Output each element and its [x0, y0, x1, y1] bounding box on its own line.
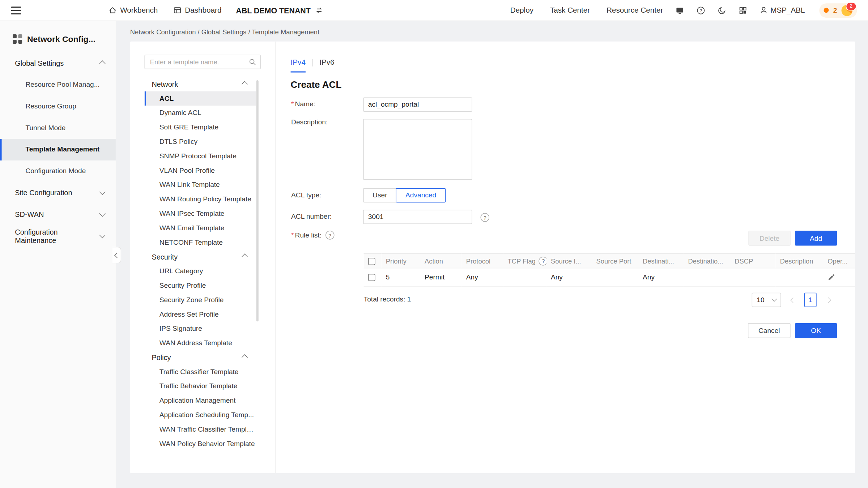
page-title: Create ACL — [291, 80, 342, 91]
nav-dashboard[interactable]: Dashboard — [173, 6, 221, 14]
user-menu[interactable]: MSP_ABL — [760, 6, 805, 14]
acl-type-advanced-button[interactable]: Advanced — [396, 188, 446, 202]
tree-item-traffic-classifier-template[interactable]: Traffic Classifier Template — [144, 365, 256, 379]
tree-item-snmp-protocol-template[interactable]: SNMP Protocol Template — [144, 149, 256, 163]
apps-icon[interactable] — [738, 6, 747, 14]
switch-tenant-icon[interactable] — [315, 6, 323, 14]
acl-number-help-icon[interactable]: ? — [481, 213, 489, 222]
menu-hamburger-icon[interactable] — [11, 7, 21, 14]
tree-item-security-zone-profile[interactable]: Security Zone Profile — [144, 293, 256, 307]
tree-item-vlan-pool-profile[interactable]: VLAN Pool Profile — [144, 163, 256, 178]
chevron-left-icon — [790, 297, 795, 303]
sidebar-item-site-configuration[interactable]: Site Configuration — [0, 182, 116, 204]
chevron-up-icon — [99, 60, 106, 67]
prev-page-button[interactable] — [788, 293, 797, 307]
cell-priority: 5 — [382, 268, 420, 287]
tcp-flag-help-icon[interactable]: ? — [539, 256, 546, 265]
sidebar-item-configuration-mode[interactable]: Configuration Mode — [0, 160, 116, 182]
tree-item-acl[interactable]: ACL — [144, 91, 256, 106]
tree-item-dynamic-acl[interactable]: Dynamic ACL — [144, 106, 256, 120]
rule-list-label: *Rule list: ? — [291, 231, 334, 239]
tree-item-netconf-template[interactable]: NETCONF Template — [144, 235, 256, 250]
col-destination-port: Destinatio... — [684, 254, 730, 268]
sidebar-header: Network Config... — [0, 21, 116, 52]
cell-source-port — [592, 268, 638, 287]
tree-item-wan-address-template[interactable]: WAN Address Template — [144, 336, 256, 350]
app-grid-icon — [13, 34, 22, 44]
dark-mode-moon-icon[interactable] — [717, 6, 726, 14]
tree-item-wan-ipsec-template[interactable]: WAN IPsec Template — [144, 206, 256, 221]
edit-pencil-icon[interactable] — [827, 273, 835, 281]
screen-icon[interactable] — [675, 6, 684, 14]
sidebar-item-sd-wan[interactable]: SD-WAN — [0, 204, 116, 225]
nav-task-center[interactable]: Task Center — [550, 6, 590, 14]
nav-deploy[interactable]: Deploy — [510, 6, 533, 14]
tree-item-dtls-policy[interactable]: DTLS Policy — [144, 134, 256, 149]
search-icon[interactable] — [248, 58, 256, 66]
tree-item-traffic-behavior-template[interactable]: Traffic Behavior Template — [144, 379, 256, 393]
tree-item-wan-email-template[interactable]: WAN Email Template — [144, 221, 256, 235]
rule-table-header-row: Priority Action Protocol TCP Flag? Sourc… — [364, 254, 855, 268]
tree-group-network[interactable]: Network — [144, 77, 256, 91]
left-sidebar: Network Config... Global Settings Resour… — [0, 21, 116, 488]
page-number[interactable]: 1 — [804, 293, 817, 307]
acl-number-field[interactable] — [363, 210, 472, 224]
cell-description — [775, 268, 823, 287]
delete-button[interactable]: Delete — [748, 231, 790, 245]
chevron-up-icon — [242, 354, 248, 360]
sidebar-item-configuration-maintenance[interactable]: Configuration Maintenance — [0, 225, 116, 247]
tree-item-ips-signature[interactable]: IPS Signature — [144, 321, 256, 336]
panel-divider — [275, 42, 276, 473]
help-icon[interactable]: ? — [696, 6, 705, 14]
tree-item-wan-policy-behavior-template[interactable]: WAN Policy Behavior Template — [144, 437, 256, 449]
sidebar-item-global-settings[interactable]: Global Settings — [0, 52, 116, 74]
tree-item-address-set-profile[interactable]: Address Set Profile — [144, 307, 256, 321]
nav-resource-center[interactable]: Resource Center — [607, 6, 663, 14]
acl-type-user-button[interactable]: User — [363, 188, 396, 202]
ip-version-tabs: IPv4 IPv6 — [291, 58, 335, 73]
description-field[interactable] — [363, 119, 472, 180]
select-all-checkbox[interactable] — [368, 258, 375, 265]
tenant-name[interactable]: ABL DEMO TENANT — [236, 6, 311, 14]
sidebar-collapse-handle[interactable] — [112, 247, 121, 264]
add-button[interactable]: Add — [795, 231, 837, 245]
sidebar-item-resource-pool-management[interactable]: Resource Pool Manag... — [0, 74, 116, 96]
sidebar-item-template-management[interactable]: Template Management — [0, 139, 116, 160]
tree-group-policy[interactable]: Policy — [144, 350, 256, 365]
tree-item-wan-link-template[interactable]: WAN Link Template — [144, 177, 256, 192]
template-tree: Network ACL Dynamic ACL Soft GRE Templat… — [144, 77, 256, 449]
nav-workbench[interactable]: Workbench — [109, 6, 158, 14]
tree-item-security-profile[interactable]: Security Profile — [144, 278, 256, 293]
tree-item-application-management[interactable]: Application Management — [144, 393, 256, 408]
tree-item-application-scheduling-template[interactable]: Application Scheduling Temp... — [144, 408, 256, 422]
alarm-status-icon[interactable]: 2 — [842, 5, 853, 16]
row-checkbox[interactable] — [368, 274, 375, 281]
tab-ipv6[interactable]: IPv6 — [319, 58, 334, 73]
page-size-select[interactable]: 10 — [752, 293, 781, 307]
acl-type-label: ACL type: — [291, 192, 321, 199]
col-destination-ip: Destinati... — [638, 254, 684, 268]
template-search-input[interactable] — [145, 58, 248, 66]
tab-separator — [312, 59, 313, 67]
cell-operation — [823, 268, 855, 287]
next-page-button[interactable] — [824, 293, 833, 307]
tree-item-url-category[interactable]: URL Category — [144, 264, 256, 278]
scrollbar-thumb[interactable] — [256, 80, 259, 321]
breadcrumb[interactable]: Network Configuration / Global Settings … — [130, 28, 319, 36]
sidebar-item-resource-group[interactable]: Resource Group — [0, 96, 116, 117]
sidebar-item-tunnel-mode[interactable]: Tunnel Mode — [0, 117, 116, 139]
tree-item-wan-routing-policy-template[interactable]: WAN Routing Policy Template — [144, 192, 256, 206]
alarm-indicator[interactable]: 2 2 — [819, 3, 857, 17]
tree-group-security[interactable]: Security — [144, 249, 256, 264]
tab-ipv4[interactable]: IPv4 — [291, 58, 306, 73]
acl-number-label: ACL number: — [291, 213, 332, 220]
top-bar: Workbench Dashboard ABL DEMO TENANT Depl… — [0, 0, 868, 21]
home-icon — [109, 6, 117, 14]
tree-item-wan-traffic-classifier-template[interactable]: WAN Traffic Classifier Template — [144, 422, 256, 437]
rule-list-help-icon[interactable]: ? — [326, 231, 334, 239]
name-field[interactable] — [363, 97, 472, 112]
ok-button[interactable]: OK — [795, 323, 837, 338]
chevron-down-icon — [771, 296, 777, 302]
cancel-button[interactable]: Cancel — [748, 323, 791, 338]
tree-item-soft-gre-template[interactable]: Soft GRE Template — [144, 120, 256, 134]
